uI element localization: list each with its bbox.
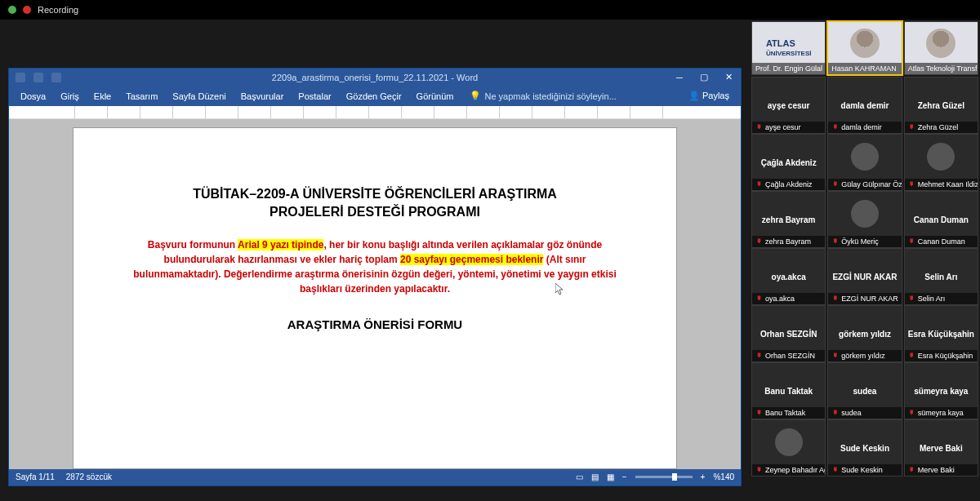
participant-tile[interactable]: sudeasudea	[827, 362, 902, 419]
tab-insert[interactable]: Ekle	[87, 88, 118, 104]
participant-tile[interactable]: oya.akcaoya.akca	[751, 248, 826, 305]
participant-tile[interactable]: Atlas Teknoloji Transfer ...	[904, 21, 978, 75]
participant-tile[interactable]: sümeyra kayasümeyra kaya	[904, 362, 978, 419]
participant-tile[interactable]: Orhan SEZGİNOrhan SEZGİN	[751, 305, 826, 362]
participant-tile[interactable]: Öykü Meriç	[827, 191, 902, 248]
avatar	[851, 200, 879, 228]
view-web-icon[interactable]: ▦	[607, 472, 614, 481]
mic-muted-icon	[831, 295, 839, 303]
share-button[interactable]: 👤 Paylaş	[682, 88, 736, 104]
participant-name: görkem yıldız	[841, 352, 885, 360]
participant-tile[interactable]: Sude KeskinSude Keskin	[827, 419, 902, 477]
mic-muted-icon	[908, 181, 915, 188]
window-restore-button[interactable]: ▢	[692, 69, 716, 86]
mouse-cursor-icon	[555, 283, 565, 296]
tab-review[interactable]: Gözden Geçir	[340, 88, 408, 104]
participant-name: Orhan SEZGİN	[765, 352, 815, 360]
gallery-row: ATLASÜNİVERSİTESİ Prof. Dr. Engin Gülal …	[751, 21, 978, 75]
mic-muted-icon	[831, 352, 839, 360]
participant-tile[interactable]: Canan DumanCanan Duman	[904, 191, 978, 248]
participant-name: Sude Keskin	[841, 466, 883, 474]
window-title: 2209a_arastirma_onerisi_formu_22.11.2021…	[9, 73, 741, 82]
mic-muted-icon	[908, 467, 915, 474]
participant-name: Gülay Gülpınar Özoran	[841, 180, 901, 188]
participant-display-name: ayşe cesur	[752, 101, 825, 110]
participant-display-name: Zehra Güzel	[905, 101, 978, 110]
participant-tile[interactable]: Esra KüçükşahinEsra Küçükşahin	[904, 305, 978, 362]
participant-tile[interactable]: Gülay Gülpınar Özoran	[827, 134, 902, 191]
status-wordcount[interactable]: 2872 sözcük	[66, 472, 112, 481]
tab-layout[interactable]: Sayfa Düzeni	[166, 88, 232, 104]
participant-name: sudea	[841, 409, 862, 417]
participant-tile[interactable]: Zeynep Bahadır Ağce	[751, 419, 826, 477]
window-minimize-button[interactable]: ─	[667, 69, 692, 86]
avatar	[851, 143, 879, 171]
gallery-row: Banu TaktakBanu Taktaksudeasudeasümeyra …	[751, 362, 978, 419]
mic-muted-icon	[755, 181, 763, 188]
zoom-out-button[interactable]: −	[622, 472, 627, 481]
avatar	[775, 428, 803, 456]
participant-tile[interactable]: damla demirdamla demir	[827, 77, 902, 134]
participant-display-name: Çağla Akdeniz	[752, 158, 825, 167]
participant-tile[interactable]: Selin ArıSelin Arı	[904, 248, 978, 305]
word-titlebar[interactable]: 2209a_arastirma_onerisi_formu_22.11.2021…	[9, 69, 741, 86]
avatar	[927, 143, 955, 171]
participant-name: Banu Taktak	[765, 409, 805, 417]
participant-tile[interactable]: EZGİ NUR AKAREZGİ NUR AKAR	[827, 248, 902, 305]
tab-file[interactable]: Dosya	[14, 88, 52, 104]
view-print-icon[interactable]: ▭	[576, 472, 583, 481]
mic-muted-icon	[908, 295, 915, 303]
zoom-slider[interactable]	[635, 476, 693, 478]
word-statusbar: Sayfa 1/11 2872 sözcük ▭ ▤ ▦ − + %140	[9, 469, 741, 485]
ruler[interactable]	[9, 106, 741, 119]
participant-name: Çağla Akdeniz	[765, 180, 813, 188]
tab-view[interactable]: Görünüm	[410, 88, 461, 104]
participant-display-name: sudea	[828, 387, 901, 396]
mic-muted-icon	[831, 238, 839, 246]
participant-display-name: Selin Arı	[905, 273, 978, 282]
document-page[interactable]: TÜBİTAK–2209-A ÜNİVERSİTE ÖĞRENCİLERİ AR…	[73, 127, 677, 469]
participant-name: sümeyra kaya	[918, 409, 964, 417]
gallery-row: Orhan SEZGİNOrhan SEZGİNgörkem yıldızgör…	[751, 305, 978, 362]
participant-display-name: EZGİ NUR AKAR	[828, 273, 901, 282]
participant-name: damla demir	[841, 123, 882, 131]
participant-display-name: sümeyra kaya	[905, 387, 978, 396]
mic-muted-icon	[755, 467, 763, 474]
participant-tile[interactable]: zehra Bayramzehra Bayram	[751, 191, 826, 248]
participant-tile[interactable]: ATLASÜNİVERSİTESİ Prof. Dr. Engin Gülal …	[751, 21, 826, 75]
zoom-in-button[interactable]: +	[701, 472, 706, 481]
recording-label: Recording	[38, 5, 78, 15]
person-silhouette-icon	[926, 29, 956, 58]
participant-name: oya.akca	[765, 295, 795, 303]
zoom-level[interactable]: %140	[713, 472, 734, 481]
participant-display-name: Merve Baki	[905, 444, 978, 453]
participant-display-name: Banu Taktak	[752, 387, 825, 396]
ribbon-tabs: Dosya Giriş Ekle Tasarım Sayfa Düzeni Ba…	[9, 86, 741, 106]
participant-tile[interactable]: Banu TaktakBanu Taktak	[751, 362, 826, 419]
participant-tile[interactable]: ayşe cesurayşe cesur	[751, 77, 826, 134]
participant-tile[interactable]: Mehmet Kaan Ildiz	[904, 134, 978, 191]
window-close-button[interactable]: ✕	[716, 69, 741, 86]
participant-tile[interactable]: Hasan KAHRAMAN	[827, 21, 902, 75]
tab-home[interactable]: Giriş	[54, 88, 86, 104]
participant-tile[interactable]: Zehra GüzelZehra Güzel	[904, 77, 978, 134]
lightbulb-icon: 💡	[470, 91, 481, 101]
participant-name: Atlas Teknoloji Transfer ...	[908, 64, 978, 73]
tab-mailings[interactable]: Postalar	[292, 88, 337, 104]
tab-references[interactable]: Başvurular	[234, 88, 291, 104]
tab-design[interactable]: Tasarım	[119, 88, 164, 104]
participant-display-name: oya.akca	[752, 273, 825, 282]
view-read-icon[interactable]: ▤	[591, 472, 599, 481]
status-page[interactable]: Sayfa 1/11	[16, 472, 55, 481]
participant-tile[interactable]: Çağla AkdenizÇağla Akdeniz	[751, 134, 826, 191]
tell-me-input[interactable]	[484, 91, 664, 101]
document-area[interactable]: TÜBİTAK–2209-A ÜNİVERSİTE ÖĞRENCİLERİ AR…	[9, 119, 741, 469]
mic-muted-icon	[755, 410, 763, 417]
participant-name: Canan Duman	[918, 237, 965, 246]
participant-tile[interactable]: Merve BakiMerve Baki	[904, 419, 978, 477]
participant-display-name: Canan Duman	[905, 215, 978, 224]
gallery-row: oya.akcaoya.akcaEZGİ NUR AKAREZGİ NUR AK…	[751, 248, 978, 305]
participant-name: Selin Arı	[918, 295, 946, 303]
mic-muted-icon	[908, 410, 915, 417]
participant-tile[interactable]: görkem yıldızgörkem yıldız	[827, 305, 902, 362]
